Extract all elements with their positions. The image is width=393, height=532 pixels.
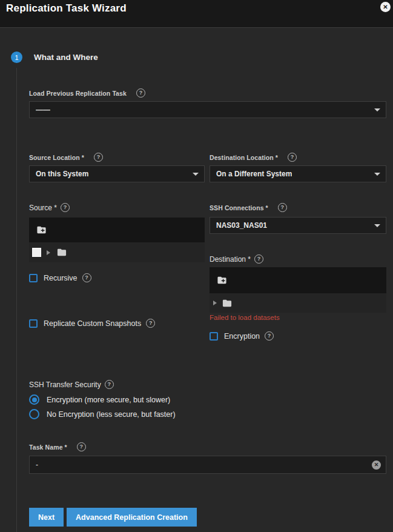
- ssh-connections-select[interactable]: NAS03_NAS01: [210, 217, 386, 234]
- load-previous-label-text: Load Previous Replication Task: [29, 90, 127, 97]
- destination-location-select[interactable]: On a Different System: [210, 165, 386, 182]
- replication-task-wizard-dialog: Replication Task Wizard ✕ 1 What and Whe…: [0, 0, 393, 532]
- task-name-label-text: Task Name *: [29, 444, 67, 451]
- destination-tree-toolbar: [210, 267, 386, 293]
- source-location-select[interactable]: On this System: [29, 165, 205, 182]
- tree-checkbox[interactable]: [32, 248, 41, 257]
- destination-dataset-tree: [210, 267, 386, 313]
- ssh-connections-value: NAS03_NAS01: [216, 221, 267, 230]
- replicate-custom-snapshots-checkbox-label: Replicate Custom Snapshots: [44, 319, 155, 328]
- help-icon[interactable]: [105, 380, 114, 389]
- help-icon[interactable]: [136, 88, 145, 98]
- encryption-checkbox-label: Encryption: [224, 331, 274, 341]
- stepper-vertical-line: [16, 68, 17, 532]
- radio-encryption-label: Encryption (more secure, but slower): [47, 396, 170, 404]
- task-name-input[interactable]: [30, 461, 372, 469]
- load-previous-value: ——: [36, 105, 50, 114]
- destination-location-value: On a Different System: [216, 170, 292, 178]
- replicate-custom-snapshots-checkbox-row[interactable]: Replicate Custom Snapshots: [29, 319, 155, 328]
- load-previous-label: Load Previous Replication Task: [29, 88, 145, 98]
- help-icon[interactable]: [82, 273, 91, 282]
- radio-encryption-row[interactable]: Encryption (more secure, but slower): [29, 394, 170, 405]
- radio-no-encryption[interactable]: [29, 409, 39, 419]
- source-dataset-tree: [29, 218, 205, 262]
- chevron-down-icon: [193, 173, 199, 176]
- ssh-connections-label-text: SSH Connections *: [210, 204, 268, 211]
- source-tree-row[interactable]: [29, 242, 205, 262]
- chevron-down-icon: [374, 173, 380, 176]
- help-icon[interactable]: [94, 153, 103, 162]
- recursive-label-text: Recursive: [44, 274, 78, 282]
- help-icon[interactable]: [265, 331, 274, 341]
- replicate-custom-snapshots-label-text: Replicate Custom Snapshots: [44, 319, 141, 328]
- source-label: Source *: [29, 203, 70, 212]
- encryption-checkbox[interactable]: [210, 332, 218, 341]
- source-tree-toolbar: [29, 218, 205, 242]
- dialog-actions: Next Advanced Replication Creation: [29, 508, 197, 527]
- source-location-label: Source Location *: [29, 153, 103, 162]
- destination-location-label-text: Destination Location *: [210, 154, 278, 161]
- radio-no-encryption-label: No Encryption (less secure, but faster): [47, 410, 176, 419]
- dialog-header: Replication Task Wizard ✕: [0, 0, 393, 28]
- task-name-label: Task Name *: [29, 442, 86, 451]
- expand-arrow-icon[interactable]: [47, 250, 50, 255]
- destination-error-message: Failed to load datasets: [210, 314, 280, 321]
- destination-tree-row[interactable]: [210, 293, 386, 313]
- step-title: What and Where: [34, 53, 98, 62]
- radio-no-encryption-row[interactable]: No Encryption (less secure, but faster): [29, 409, 176, 419]
- close-icon[interactable]: ✕: [380, 2, 391, 12]
- step-number-badge: 1: [11, 52, 22, 63]
- encryption-checkbox-row[interactable]: Encryption: [210, 331, 274, 341]
- help-icon[interactable]: [61, 203, 70, 212]
- dialog-title: Replication Task Wizard: [6, 2, 127, 15]
- recursive-checkbox-label: Recursive: [44, 273, 91, 282]
- help-icon[interactable]: [146, 319, 155, 328]
- ssh-transfer-security-label-text: SSH Transfer Security: [29, 381, 101, 389]
- source-label-text: Source *: [29, 204, 57, 212]
- ssh-connections-label: SSH Connections *: [210, 203, 287, 212]
- replicate-custom-snapshots-checkbox[interactable]: [29, 319, 38, 328]
- next-button[interactable]: Next: [29, 508, 64, 527]
- chevron-down-icon: [374, 108, 380, 111]
- help-icon[interactable]: [288, 153, 297, 162]
- encryption-label-text: Encryption: [224, 332, 260, 341]
- folder-plus-icon[interactable]: [35, 225, 48, 235]
- clear-icon[interactable]: ✕: [372, 461, 381, 470]
- load-previous-select[interactable]: ——: [29, 101, 386, 118]
- help-icon[interactable]: [254, 254, 263, 264]
- chevron-down-icon: [374, 224, 380, 227]
- help-icon[interactable]: [77, 442, 86, 451]
- recursive-checkbox-row[interactable]: Recursive: [29, 273, 91, 282]
- expand-arrow-icon[interactable]: [213, 301, 217, 305]
- recursive-checkbox[interactable]: [29, 274, 38, 282]
- folder-icon: [221, 298, 233, 308]
- help-icon[interactable]: [278, 203, 287, 212]
- folder-plus-icon[interactable]: [216, 275, 228, 285]
- source-location-label-text: Source Location *: [29, 154, 84, 161]
- radio-encryption[interactable]: [29, 394, 39, 405]
- ssh-transfer-security-label: SSH Transfer Security: [29, 380, 114, 389]
- destination-location-label: Destination Location *: [210, 153, 297, 162]
- advanced-replication-creation-button[interactable]: Advanced Replication Creation: [67, 508, 197, 527]
- destination-label: Destination *: [210, 254, 263, 264]
- task-name-field: ✕: [29, 456, 386, 474]
- destination-label-text: Destination *: [210, 255, 251, 264]
- source-location-value: On this System: [36, 170, 88, 178]
- folder-icon: [56, 247, 68, 258]
